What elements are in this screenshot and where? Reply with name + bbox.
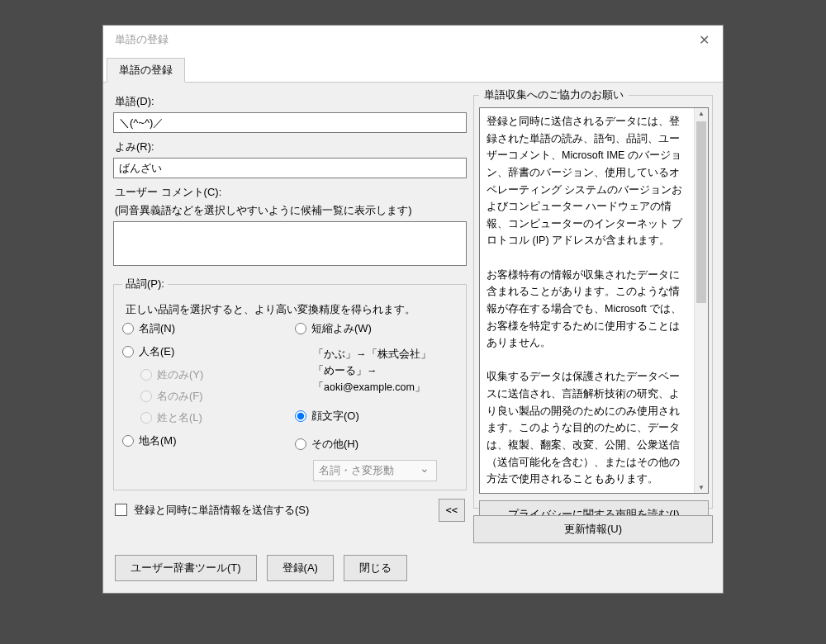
radio-place[interactable]: 地名(M) (122, 433, 285, 448)
pos-legend: 品詞(P): (122, 277, 168, 291)
send-info-label: 登録と同時に単語情報を送信する(S) (134, 503, 309, 518)
comment-hint: (同音異義語などを選択しやすいように候補一覧に表示します) (115, 203, 467, 218)
collapse-button[interactable]: << (439, 499, 465, 522)
radio-person-last-label: 姓のみ(Y) (157, 367, 203, 382)
radio-kaomoji-input[interactable] (295, 410, 306, 422)
reading-label: よみ(R): (115, 140, 467, 154)
other-subtype-select: 名詞・さ変形動 (313, 460, 437, 481)
radio-noun-input[interactable] (122, 323, 134, 334)
radio-person-first-label: 名のみ(F) (157, 389, 203, 404)
example-2: 「めーる」→「aoki@example.com」 (313, 362, 458, 395)
help-group: 単語収集へのご協力のお願い 登録と同時に送信されるデータには、登録された単語の読… (473, 88, 713, 509)
person-subgroup: 姓のみ(Y) 名のみ(F) 姓と名(L) (140, 367, 285, 425)
window-title: 単語の登録 (115, 32, 169, 47)
update-info-button[interactable]: 更新情報(U) (473, 515, 713, 543)
user-dict-tool-button[interactable]: ユーザー辞書ツール(T) (115, 555, 257, 581)
close-button[interactable]: 閉じる (344, 555, 407, 581)
short-examples: 「かぶ」→「株式会社」 「めーる」→「aoki@example.com」 (313, 346, 458, 395)
radio-noun[interactable]: 名詞(N) (122, 321, 285, 336)
example-1: 「かぶ」→「株式会社」 (313, 346, 458, 362)
tab-register-word[interactable]: 単語の登録 (107, 58, 185, 83)
radio-person-first: 名のみ(F) (140, 389, 285, 404)
left-bottom-row: 登録と同時に単語情報を送信する(S) << (113, 499, 467, 522)
radio-kaomoji-label: 顔文字(O) (311, 409, 359, 424)
word-label: 単語(D): (115, 94, 467, 109)
pos-group: 品詞(P): 正しい品詞を選択すると、より高い変換精度を得られます。 名詞(N)… (113, 277, 467, 490)
radio-person-last-input (140, 369, 152, 381)
left-column: 単語(D): よみ(R): ユーザー コメント(C): (同音異義語などを選択し… (113, 88, 467, 543)
radio-other[interactable]: その他(H) (295, 437, 458, 452)
radio-short-input[interactable] (295, 323, 306, 334)
radio-person-label: 人名(E) (139, 344, 174, 359)
send-info-checkbox[interactable]: 登録と同時に単語情報を送信する(S) (115, 503, 309, 518)
radio-person-last: 姓のみ(Y) (140, 367, 285, 382)
pos-col-left: 名詞(N) 人名(E) 姓のみ(Y) (122, 321, 285, 481)
right-column: 単語収集へのご協力のお願い 登録と同時に送信されるデータには、登録された単語の読… (473, 88, 713, 543)
radio-person-both-input (140, 412, 152, 424)
radio-other-input[interactable] (295, 438, 306, 450)
pos-description: 正しい品詞を選択すると、より高い変換精度を得られます。 (126, 301, 458, 318)
radio-short[interactable]: 短縮よみ(W) (295, 321, 458, 336)
close-icon[interactable]: ✕ (694, 32, 714, 48)
radio-noun-label: 名詞(N) (139, 321, 175, 336)
reading-input[interactable] (113, 158, 467, 178)
titlebar: 単語の登録 ✕ (103, 26, 723, 54)
help-scroll-area: 登録と同時に送信されるデータには、登録された単語の読み、語句、品詞、ユーザーコメ… (479, 107, 709, 494)
tabbar: 単語の登録 (103, 54, 723, 83)
radio-person-both-label: 姓と名(L) (157, 410, 202, 425)
scroll-thumb[interactable] (696, 121, 706, 303)
other-subtype-value: 名詞・さ変形動 (319, 463, 394, 478)
scrollbar[interactable] (694, 108, 708, 493)
footer-buttons: ユーザー辞書ツール(T) 登録(A) 閉じる (103, 552, 723, 593)
radio-person-both: 姓と名(L) (140, 410, 285, 425)
radio-person[interactable]: 人名(E) (122, 344, 285, 359)
radio-place-label: 地名(M) (139, 433, 177, 448)
radio-kaomoji[interactable]: 顔文字(O) (295, 409, 458, 424)
radio-person-first-input (140, 391, 152, 402)
radio-other-label: その他(H) (311, 437, 358, 452)
radio-short-label: 短縮よみ(W) (311, 321, 372, 336)
checkbox-icon[interactable] (115, 504, 127, 516)
help-text: 登録と同時に送信されるデータには、登録された単語の読み、語句、品詞、ユーザーコメ… (480, 108, 694, 493)
dialog-window: 単語の登録 ✕ 単語の登録 単語(D): よみ(R): ユーザー コメント(C)… (102, 25, 724, 594)
comment-input[interactable] (113, 221, 467, 266)
help-legend: 単語収集へのご協力のお願い (479, 88, 629, 102)
pos-col-right: 短縮よみ(W) 「かぶ」→「株式会社」 「めーる」→「aoki@example.… (295, 321, 458, 481)
radio-person-input[interactable] (122, 346, 134, 358)
comment-label: ユーザー コメント(C): (115, 185, 467, 200)
word-input[interactable] (113, 112, 467, 133)
radio-place-input[interactable] (122, 435, 134, 447)
pos-grid: 名詞(N) 人名(E) 姓のみ(Y) (122, 321, 458, 481)
register-button[interactable]: 登録(A) (267, 555, 334, 581)
dialog-body: 単語(D): よみ(R): ユーザー コメント(C): (同音異義語などを選択し… (103, 83, 723, 552)
